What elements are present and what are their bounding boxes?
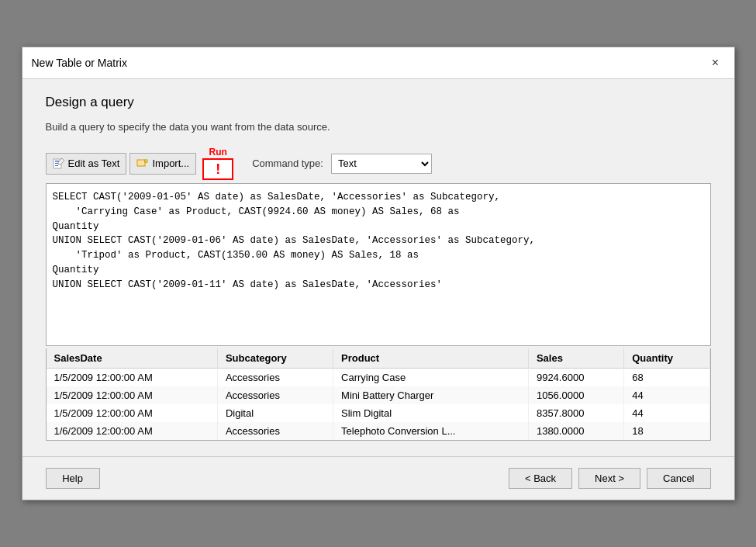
results-tbody: 1/5/2009 12:00:00 AMAccessoriesCarrying …: [47, 369, 710, 441]
cell-2-1: Digital: [217, 404, 333, 422]
cell-0-4: 68: [624, 369, 709, 387]
col-header-product: Product: [333, 348, 529, 369]
query-editor[interactable]: SELECT CAST('2009-01-05' AS date) as Sal…: [46, 183, 711, 346]
dialog: New Table or Matrix × Design a query Bui…: [22, 47, 735, 500]
svg-rect-7: [145, 160, 147, 162]
footer-right: < Back Next > Cancel: [509, 468, 711, 489]
command-type-select[interactable]: Text StoredProcedure TableDirect: [331, 154, 432, 174]
cell-0-2: Carrying Case: [333, 369, 529, 387]
edit-as-text-label: Edit as Text: [68, 158, 120, 169]
svg-rect-3: [55, 165, 58, 166]
table-row: 1/5/2009 12:00:00 AMAccessoriesCarrying …: [47, 369, 710, 387]
svg-rect-5: [137, 160, 145, 166]
cell-2-0: 1/5/2009 12:00:00 AM: [47, 404, 218, 422]
results-table-container: SalesDate Subcategory Product Sales Quan…: [46, 348, 711, 441]
run-exclamation: !: [216, 161, 220, 178]
back-button[interactable]: < Back: [509, 468, 572, 489]
cell-2-3: 8357.8000: [528, 404, 623, 422]
col-header-subcategory: Subcategory: [217, 348, 333, 369]
toolbar: Edit as Text Import... Run !: [46, 147, 711, 180]
subtitle: Build a query to specify the data you wa…: [46, 121, 711, 133]
help-button[interactable]: Help: [46, 468, 100, 489]
cell-1-1: Accessories: [217, 386, 333, 404]
import-button[interactable]: Import...: [129, 153, 196, 175]
cell-0-1: Accessories: [217, 369, 333, 387]
footer: Help < Back Next > Cancel: [22, 456, 734, 500]
run-button[interactable]: !: [202, 158, 233, 180]
table-row: 1/5/2009 12:00:00 AMDigitalSlim Digital8…: [47, 404, 710, 422]
cell-3-1: Accessories: [217, 422, 333, 440]
cell-0-3: 9924.6000: [528, 369, 623, 387]
dialog-title: New Table or Matrix: [32, 57, 127, 69]
table-row: 1/6/2009 12:00:00 AMAccessoriesTelephoto…: [47, 422, 710, 440]
col-header-sales: Sales: [528, 348, 623, 369]
import-label: Import...: [152, 158, 189, 169]
run-container: Run !: [202, 147, 233, 180]
edit-as-text-button[interactable]: Edit as Text: [46, 153, 127, 175]
import-icon: [136, 158, 149, 170]
cell-1-2: Mini Battery Charger: [333, 386, 529, 404]
content-area: Design a query Build a query to specify …: [22, 79, 734, 456]
close-button[interactable]: ×: [706, 54, 725, 72]
cell-3-3: 1380.0000: [528, 422, 623, 440]
cancel-button[interactable]: Cancel: [647, 468, 710, 489]
edit-as-text-icon: [53, 158, 65, 170]
cell-1-0: 1/5/2009 12:00:00 AM: [47, 386, 218, 404]
cell-3-0: 1/6/2009 12:00:00 AM: [47, 422, 218, 440]
next-button[interactable]: Next >: [578, 468, 640, 489]
col-header-salesdate: SalesDate: [47, 348, 218, 369]
title-bar: New Table or Matrix ×: [22, 47, 734, 79]
command-type-label: Command type:: [252, 158, 323, 169]
cell-0-0: 1/5/2009 12:00:00 AM: [47, 369, 218, 387]
col-header-quantity: Quantity: [624, 348, 709, 369]
table-row: 1/5/2009 12:00:00 AMAccessoriesMini Batt…: [47, 386, 710, 404]
results-table: SalesDate Subcategory Product Sales Quan…: [47, 348, 710, 440]
cell-3-2: Telephoto Conversion L...: [333, 422, 529, 440]
cell-2-2: Slim Digital: [333, 404, 529, 422]
cell-1-3: 1056.0000: [528, 386, 623, 404]
section-title: Design a query: [46, 95, 711, 110]
cell-2-4: 44: [624, 404, 709, 422]
run-label: Run: [209, 147, 226, 158]
table-header-row: SalesDate Subcategory Product Sales Quan…: [47, 348, 710, 369]
cell-1-4: 44: [624, 386, 709, 404]
cell-3-4: 18: [624, 422, 709, 440]
